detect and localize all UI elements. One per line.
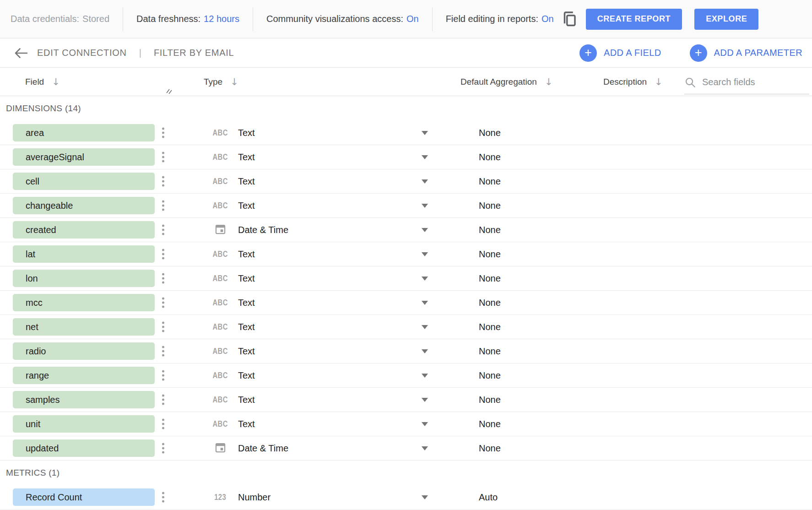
field-chip[interactable]: lon bbox=[13, 270, 155, 287]
description-cell[interactable] bbox=[603, 221, 672, 239]
field-chip[interactable]: net bbox=[13, 318, 155, 336]
type-label[interactable]: Number bbox=[238, 485, 271, 509]
data-freshness-value[interactable]: 12 hours bbox=[204, 14, 239, 24]
description-cell[interactable] bbox=[603, 366, 672, 385]
aggregation-value[interactable]: None bbox=[479, 169, 501, 193]
column-header-type[interactable]: Type ↓ bbox=[204, 68, 238, 96]
type-label[interactable]: Text bbox=[238, 291, 255, 315]
type-label[interactable]: Text bbox=[238, 364, 255, 387]
field-options-menu-icon[interactable] bbox=[161, 248, 165, 260]
description-cell[interactable] bbox=[603, 269, 672, 288]
field-editing-value[interactable]: On bbox=[541, 14, 554, 24]
type-dropdown-arrow[interactable] bbox=[422, 349, 428, 353]
field-options-menu-icon[interactable] bbox=[161, 151, 165, 163]
field-options-menu-icon[interactable] bbox=[161, 442, 165, 455]
aggregation-value[interactable]: None bbox=[479, 315, 501, 339]
column-header-description[interactable]: Description ↓ bbox=[603, 68, 663, 96]
aggregation-value[interactable]: None bbox=[479, 266, 501, 290]
type-dropdown-arrow[interactable] bbox=[422, 374, 428, 378]
field-options-menu-icon[interactable] bbox=[161, 297, 165, 309]
type-label[interactable]: Text bbox=[238, 266, 255, 290]
column-header-aggregation[interactable]: Default Aggregation ↓ bbox=[460, 68, 553, 96]
field-chip[interactable]: created bbox=[13, 221, 155, 239]
description-cell[interactable] bbox=[603, 415, 672, 433]
type-label[interactable]: Text bbox=[238, 242, 255, 266]
description-cell[interactable] bbox=[603, 172, 672, 190]
aggregation-value[interactable]: Auto bbox=[479, 485, 498, 509]
type-label[interactable]: Text bbox=[238, 315, 255, 339]
back-arrow-icon[interactable] bbox=[14, 47, 28, 60]
explore-button[interactable]: EXPLORE bbox=[694, 9, 758, 30]
field-options-menu-icon[interactable] bbox=[161, 224, 165, 236]
type-dropdown-arrow[interactable] bbox=[422, 422, 428, 426]
description-cell[interactable] bbox=[603, 124, 672, 142]
aggregation-value[interactable]: None bbox=[479, 291, 501, 315]
description-cell[interactable] bbox=[603, 245, 672, 263]
type-dropdown-arrow[interactable] bbox=[422, 495, 428, 499]
field-options-menu-icon[interactable] bbox=[161, 345, 165, 358]
description-cell[interactable] bbox=[603, 342, 672, 360]
filter-by-email-button[interactable]: FILTER BY EMAIL bbox=[154, 48, 234, 58]
aggregation-value[interactable]: None bbox=[479, 145, 501, 169]
type-dropdown-arrow[interactable] bbox=[422, 179, 428, 184]
type-label[interactable]: Text bbox=[238, 388, 255, 412]
field-chip[interactable]: range bbox=[13, 367, 155, 384]
aggregation-value[interactable]: None bbox=[479, 339, 501, 363]
aggregation-value[interactable]: None bbox=[479, 388, 501, 412]
type-label[interactable]: Date & Time bbox=[238, 218, 288, 242]
type-label[interactable]: Date & Time bbox=[238, 436, 288, 460]
description-cell[interactable] bbox=[603, 439, 672, 457]
add-a-parameter-button[interactable]: + ADD A PARAMETER bbox=[690, 44, 802, 62]
add-a-field-button[interactable]: + ADD A FIELD bbox=[579, 44, 661, 62]
field-options-menu-icon[interactable] bbox=[161, 418, 165, 430]
field-options-menu-icon[interactable] bbox=[161, 369, 165, 382]
data-credentials-value[interactable]: Stored bbox=[82, 14, 109, 24]
field-chip[interactable]: mcc bbox=[13, 294, 155, 311]
field-chip[interactable]: samples bbox=[13, 391, 155, 408]
field-options-menu-icon[interactable] bbox=[161, 491, 165, 504]
type-dropdown-arrow[interactable] bbox=[422, 228, 428, 232]
column-header-field[interactable]: Field ↓ bbox=[25, 68, 60, 96]
community-visualizations-value[interactable]: On bbox=[406, 14, 419, 24]
field-chip[interactable]: area bbox=[13, 124, 155, 141]
create-report-button[interactable]: CREATE REPORT bbox=[586, 9, 682, 30]
type-dropdown-arrow[interactable] bbox=[422, 446, 428, 450]
field-options-menu-icon[interactable] bbox=[161, 321, 165, 333]
field-chip[interactable]: radio bbox=[13, 342, 155, 360]
field-chip[interactable]: lat bbox=[13, 245, 155, 263]
search-fields-input[interactable] bbox=[702, 77, 809, 87]
field-chip[interactable]: changeable bbox=[13, 197, 155, 214]
field-options-menu-icon[interactable] bbox=[161, 175, 165, 188]
description-cell[interactable] bbox=[603, 391, 672, 409]
copy-icon[interactable] bbox=[561, 10, 578, 28]
aggregation-value[interactable]: None bbox=[479, 218, 501, 242]
edit-connection-button[interactable]: EDIT CONNECTION bbox=[37, 48, 127, 58]
type-label[interactable]: Text bbox=[238, 194, 255, 217]
field-options-menu-icon[interactable] bbox=[161, 272, 165, 285]
field-options-menu-icon[interactable] bbox=[161, 394, 165, 406]
aggregation-value[interactable]: None bbox=[479, 194, 501, 217]
description-cell[interactable] bbox=[603, 318, 672, 336]
type-label[interactable]: Text bbox=[238, 412, 255, 436]
type-dropdown-arrow[interactable] bbox=[422, 204, 428, 208]
description-cell[interactable] bbox=[603, 293, 672, 312]
aggregation-value[interactable]: None bbox=[479, 412, 501, 436]
field-options-menu-icon[interactable] bbox=[161, 200, 165, 212]
type-dropdown-arrow[interactable] bbox=[422, 301, 428, 305]
field-chip[interactable]: unit bbox=[13, 415, 155, 433]
type-dropdown-arrow[interactable] bbox=[422, 252, 428, 256]
type-label[interactable]: Text bbox=[238, 121, 255, 145]
aggregation-value[interactable]: None bbox=[479, 121, 501, 145]
field-chip[interactable]: averageSignal bbox=[13, 148, 155, 166]
aggregation-value[interactable]: None bbox=[479, 242, 501, 266]
field-chip[interactable]: cell bbox=[13, 173, 155, 190]
type-label[interactable]: Text bbox=[238, 339, 255, 363]
field-chip[interactable]: updated bbox=[13, 439, 155, 457]
description-cell[interactable] bbox=[603, 148, 672, 166]
type-dropdown-arrow[interactable] bbox=[422, 131, 428, 135]
type-dropdown-arrow[interactable] bbox=[422, 398, 428, 402]
type-dropdown-arrow[interactable] bbox=[422, 277, 428, 281]
type-label[interactable]: Text bbox=[238, 169, 255, 193]
column-resize-handle[interactable] bbox=[166, 86, 173, 96]
type-dropdown-arrow[interactable] bbox=[422, 155, 428, 159]
